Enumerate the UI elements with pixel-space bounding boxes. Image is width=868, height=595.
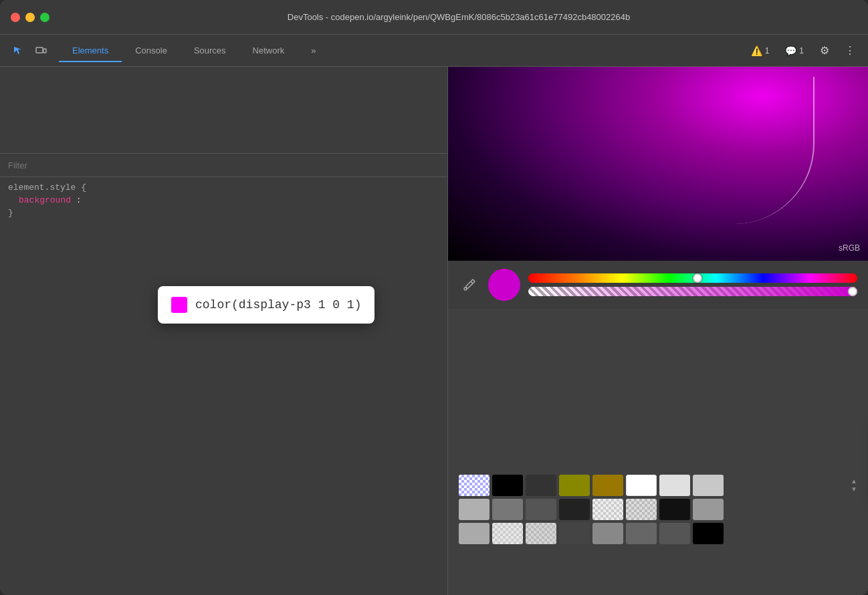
css-selector: element.style { xyxy=(8,183,86,193)
swatch-checker-1[interactable] xyxy=(592,499,623,520)
color-tooltip-text: color(display-p3 1 0 1) xyxy=(195,298,361,312)
css-property[interactable]: background xyxy=(19,195,71,205)
swatch-scroll-down[interactable]: ▼ xyxy=(851,486,857,493)
gradient-inner: sRGB xyxy=(448,67,868,261)
close-button[interactable] xyxy=(11,13,20,22)
traffic-lights xyxy=(11,13,49,22)
minimize-button[interactable] xyxy=(25,13,35,22)
sliders-area xyxy=(528,273,857,296)
html-panel xyxy=(0,67,447,154)
devtools-toolbar: Elements Console Sources Network » ⚠️ 1 … xyxy=(0,35,868,67)
css-content: element.style { background : color(displ… xyxy=(0,177,447,226)
hue-slider[interactable] xyxy=(528,273,857,283)
color-gradient[interactable]: sRGB xyxy=(448,67,868,261)
more-options-button[interactable]: ⋮ xyxy=(840,41,860,61)
swatch-gray-1[interactable] xyxy=(459,499,490,520)
warning-icon: ⚠️ xyxy=(751,45,762,56)
swatch-black-2[interactable] xyxy=(693,523,724,544)
tab-console[interactable]: Console xyxy=(122,40,181,62)
swatch-gray-4[interactable] xyxy=(559,499,590,520)
eyedropper-button[interactable] xyxy=(459,274,480,295)
title-bar: DevTools - codepen.io/argyleink/pen/QWBg… xyxy=(0,0,868,35)
alpha-slider[interactable] xyxy=(528,287,857,296)
swatch-mid-2[interactable] xyxy=(592,523,623,544)
css-close-brace: } xyxy=(8,208,439,218)
swatch-dark-2[interactable] xyxy=(559,523,590,544)
settings-button[interactable]: ⚙ xyxy=(815,41,835,61)
color-controls xyxy=(448,261,868,309)
svg-rect-1 xyxy=(43,49,46,53)
swatch-checker-3[interactable] xyxy=(492,523,523,544)
css-value: : xyxy=(76,195,87,205)
svg-rect-0 xyxy=(36,47,43,53)
color-swatch-tooltip[interactable] xyxy=(171,297,187,313)
swatch-checker-4[interactable] xyxy=(526,523,556,544)
swatch-light-gray-1[interactable] xyxy=(659,475,690,496)
main-tabs: Elements Console Sources Network » xyxy=(59,40,743,61)
filter-bar xyxy=(0,154,447,177)
css-rule: element.style { xyxy=(8,183,439,193)
swatch-row-2 xyxy=(459,499,857,520)
srgb-label: sRGB xyxy=(839,243,860,253)
tab-elements[interactable]: Elements xyxy=(59,40,122,62)
main-content: element.style { background : color(displ… xyxy=(0,67,868,595)
gamut-boundary-line xyxy=(694,77,815,224)
swatch-near-black[interactable] xyxy=(659,499,690,520)
gear-icon: ⚙ xyxy=(820,44,829,57)
swatch-mid-3[interactable] xyxy=(626,523,657,544)
device-toolbar-button[interactable] xyxy=(31,41,51,61)
swatch-gray-light[interactable] xyxy=(459,523,490,544)
svg-point-2 xyxy=(464,287,467,290)
tab-network[interactable]: Network xyxy=(239,40,298,62)
chat-icon: 💬 xyxy=(785,45,796,56)
swatch-black[interactable] xyxy=(492,475,523,496)
swatch-scroll-up[interactable]: ▲ xyxy=(851,478,857,485)
left-panel: element.style { background : color(displ… xyxy=(0,67,448,595)
chat-badge-button[interactable]: 💬 1 xyxy=(780,43,809,59)
right-panel: sRGB xyxy=(448,67,868,595)
filter-input[interactable] xyxy=(8,160,439,170)
swatch-dark-gray[interactable] xyxy=(526,475,556,496)
vertical-dots-icon: ⋮ xyxy=(845,44,855,57)
swatch-checkered-blue[interactable] xyxy=(459,475,490,496)
devtools-window: DevTools - codepen.io/argyleink/pen/QWBg… xyxy=(0,0,868,595)
toolbar-icons xyxy=(8,41,51,61)
swatch-scroll-buttons: ▲ ▼ xyxy=(851,478,857,493)
maximize-button[interactable] xyxy=(40,13,49,22)
swatch-olive[interactable] xyxy=(559,475,590,496)
swatch-dark-yellow[interactable] xyxy=(592,475,623,496)
toolbar-right: ⚠️ 1 💬 1 ⚙ ⋮ xyxy=(746,41,860,61)
swatch-mid-gray[interactable] xyxy=(693,499,724,520)
inspect-element-button[interactable] xyxy=(8,41,28,61)
swatch-white[interactable] xyxy=(626,475,657,496)
color-tooltip: color(display-p3 1 0 1) xyxy=(158,286,374,324)
swatch-gray-3[interactable] xyxy=(526,499,556,520)
css-property-line: background : color(display-p3 1 0 1); xyxy=(8,195,439,205)
hue-thumb[interactable] xyxy=(693,273,702,283)
swatch-gray-2[interactable] xyxy=(492,499,523,520)
swatch-dark-3[interactable] xyxy=(659,523,690,544)
swatch-row-3 xyxy=(459,523,857,544)
tab-more[interactable]: » xyxy=(298,40,329,62)
swatch-row-1: ▲ ▼ xyxy=(459,475,857,496)
tab-sources[interactable]: Sources xyxy=(181,40,239,62)
warning-badge-button[interactable]: ⚠️ 1 xyxy=(746,43,775,59)
swatches-area: ▲ ▼ xyxy=(448,469,868,595)
css-panel: element.style { background : color(displ… xyxy=(0,154,447,595)
color-preview-circle[interactable] xyxy=(488,269,520,301)
alpha-thumb[interactable] xyxy=(848,287,857,296)
swatch-light-gray-2[interactable] xyxy=(693,475,724,496)
window-title: DevTools - codepen.io/argyleink/pen/QWBg… xyxy=(60,12,857,22)
swatch-checker-2[interactable] xyxy=(626,499,657,520)
